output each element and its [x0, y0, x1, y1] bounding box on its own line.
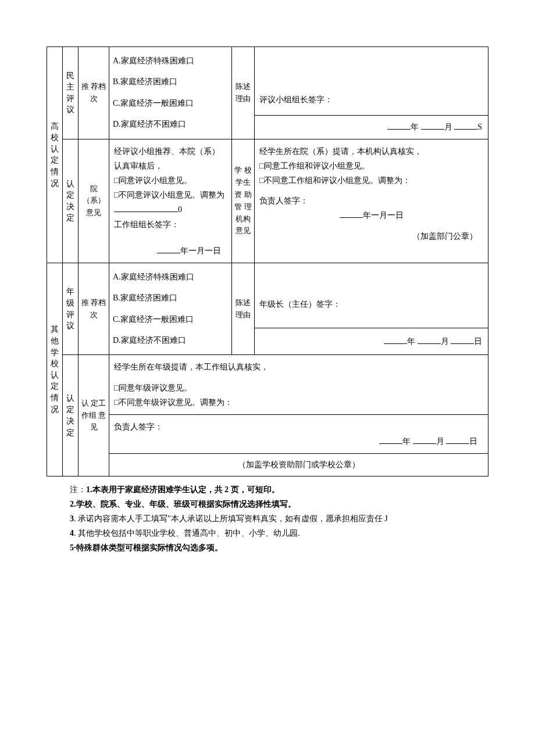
note-4b: . 其他学校包括中等职业学校、普通高中、初中、小学、幼儿园. — [74, 529, 300, 538]
a-r2-l3[interactable]: □不同意评议小组意见。调整为 0 — [114, 188, 227, 217]
month-label2: 月 — [441, 337, 449, 346]
opt-a[interactable]: A.家庭经济特殊困难口 — [113, 51, 229, 71]
year-label: 年 — [411, 123, 419, 131]
month-label3: 月 — [436, 437, 444, 446]
opt-a2[interactable]: A.家庭经济特殊困难口 — [113, 267, 229, 288]
opt-d[interactable]: D.家庭经济不困难口 — [113, 114, 229, 135]
section-a-title: 高校认定情况 — [47, 47, 63, 263]
a-row2-col1: 院（系）意见 — [79, 139, 109, 263]
year-label2: 年 — [407, 337, 415, 346]
section-b-title: 其他学校认定情况 — [47, 263, 63, 476]
b-row2-label: 认定决定 — [63, 355, 79, 476]
a-row2-left[interactable]: 经评议小组推荐、本院（系）认真审核后， □同意评议小组意见。 □不同意评议小组意… — [109, 139, 232, 263]
a-row1-reason-label: 陈述理由 — [232, 47, 255, 139]
notes-prefix: 注： — [70, 485, 86, 494]
b-row2-col1: 认 定工 作组 意见 — [79, 355, 109, 476]
a-r2-seal: （加盖部门公章） — [259, 229, 483, 243]
opt-b[interactable]: B.家庭经济困难口 — [113, 71, 229, 92]
year-label3: 年 — [402, 437, 411, 446]
note-2: 2.学校、院系、专业、年级、班级可根据实际情况选择性填写。 — [70, 500, 296, 508]
b-r2-date[interactable]: 年 月 日 — [114, 434, 483, 449]
b-row1-reason-area[interactable]: 年级长（主任）签字： — [255, 263, 488, 328]
a-r2-l4: 工作组组长签字： — [114, 217, 227, 232]
b-r2-l4: 负责人签字： — [114, 420, 483, 434]
day-label2: 日 — [474, 337, 482, 346]
a-row2-right[interactable]: 经学生所在院（系）提请，本机构认真核实， □同意工作组和评议小组意见。 □不同意… — [255, 139, 488, 263]
opt-c2[interactable]: C.家庭经济一般困难口 — [113, 309, 229, 330]
note-3a: 3 — [70, 514, 74, 523]
a-row1-date[interactable]: 年 月 S — [255, 116, 488, 139]
form-table: 高校认定情况 民主评议 推 荐档次 A.家庭经济特殊困难口 B.家庭经济困难口 … — [47, 46, 488, 476]
b-r2-l1: 经学生所在年级提请，本工作组认真核实， — [114, 360, 483, 374]
b-row1-sig: 年级长（主任）签字： — [259, 297, 483, 311]
a-row1-col1: 推 荐档次 — [79, 47, 109, 139]
a-r2-rdate[interactable]: 年一月一日 — [259, 208, 483, 223]
note-4a: 4 — [70, 529, 74, 538]
a-row1-reason-area[interactable]: 评议小组组长签字： — [255, 47, 488, 116]
b-row2-body[interactable]: 经学生所在年级提请，本工作组认真核实， □同意年级评议意见。 □不同意年级评议意… — [109, 355, 488, 415]
a-r2-date[interactable]: 年一月一日 — [114, 243, 227, 258]
a-row1-options[interactable]: A.家庭经济特殊困难口 B.家庭经济困难口 C.家庭经济一般困难口 D.家庭经济… — [109, 47, 232, 139]
b-r2-l2[interactable]: □同意年级评议意见。 — [114, 381, 483, 395]
opt-b2[interactable]: B.家庭经济困难口 — [113, 288, 229, 309]
notes-block: 注：1.本表用于家庭经济困难学生认定，共 2 页，可短印。 2.学校、院系、专业… — [47, 482, 488, 556]
day-label: S — [477, 123, 482, 131]
b-row1-col1: 推 荐档次 — [79, 263, 109, 355]
b-row1-label: 年级评议 — [63, 263, 79, 355]
a-row1-label: 民主评议 — [63, 47, 79, 139]
b-row2-sig[interactable]: 负责人签字： 年 月 日 — [109, 415, 488, 454]
a-r2-r2[interactable]: □同意工作组和评议小组意见。 — [259, 159, 483, 173]
month-label: 月 — [444, 123, 452, 131]
b-row2-seal: （加盖学校资助部门或学校公章） — [109, 454, 488, 476]
note-5: 5·特殊群体类型可根据实际情况勾选多项。 — [70, 543, 223, 552]
a-r2-r1: 经学生所在院（系）提请，本机构认真核实， — [259, 144, 483, 159]
opt-d2[interactable]: D.家庭经济不困难口 — [113, 330, 229, 351]
b-row1-date[interactable]: 年 月 日 — [255, 328, 488, 354]
note-3b: . 承诺内容需本人手工填写"本人承诺以上所填写资料真实，如有虚假，愿承担相应责任… — [74, 514, 388, 523]
a-row1-sig: 评议小组组长签字： — [259, 92, 483, 107]
b-r2-l3[interactable]: □不同意年级评议意见。调整为： — [114, 395, 483, 410]
a-row2-label: 认定决定 — [63, 139, 79, 263]
a-row2-col3: 学 校 学生 资 助管 理 机构意见 — [232, 139, 255, 263]
a-r2-l1: 经评议小组推荐、本院（系）认真审核后， — [114, 144, 227, 173]
a-r2-r4: 负责人签字： — [259, 194, 483, 208]
opt-c[interactable]: C.家庭经济一般困难口 — [113, 93, 229, 114]
b-row1-options[interactable]: A.家庭经济特殊困难口 B.家庭经济困难口 C.家庭经济一般困难口 D.家庭经济… — [109, 263, 232, 355]
b-row1-reason-label: 陈述理由 — [232, 263, 255, 355]
note-1: 1.本表用于家庭经济困难学生认定，共 2 页，可短印。 — [86, 485, 280, 494]
a-r2-r3[interactable]: □不同意工作组和评议小组意见。调整为： — [259, 173, 483, 188]
day-label3: 日 — [469, 437, 477, 446]
a-r2-l2[interactable]: □同意评议小组意见。 — [114, 173, 227, 188]
